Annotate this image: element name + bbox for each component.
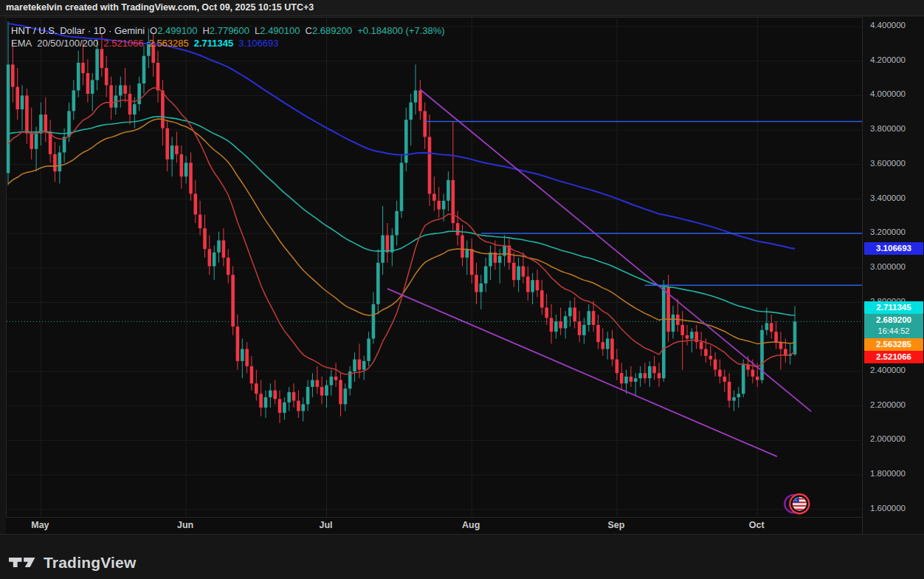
time-tick-label: Aug [462,520,480,530]
ema100-value: 2.711345 [194,37,234,49]
symbol-legend-row: HNT / U.S. Dollar · 1D · Gemini O2.49910… [11,24,445,37]
price-tick-label: 3.600000 [870,159,906,168]
price-tick-label: 1.800000 [870,469,906,478]
price-tick-label: 1.600000 [870,504,906,513]
price-tick-label: 4.200000 [870,55,906,64]
ema-indicator-label[interactable]: EMA [11,37,32,49]
time-tick-label: Oct [749,520,765,530]
price-axis[interactable]: 4.4000004.2000004.0000003.8000003.600000… [862,17,924,534]
tradingview-logo-text: TradingView [44,554,137,572]
high-readout: H2.779600 [202,24,249,37]
time-tick-label: Jul [319,520,332,530]
ema50-line[interactable] [8,119,795,344]
tradingview-logo[interactable]: TradingView [9,552,137,572]
ema-legend-row: EMA 20/50/100/200 2.521066 2.563285 2.71… [11,37,445,49]
price-tick-label: 3.000000 [870,262,906,271]
time-tick-label: May [31,520,49,530]
candles-layer [7,21,796,423]
last-price-badge: 2.68920016:44:52 [864,314,923,338]
price-level-badge: 2.521066 [864,351,923,363]
bar-countdown: 16:44:52 [864,325,923,338]
price-tick-label: 4.400000 [870,21,906,30]
ema200-value: 3.106693 [238,37,278,49]
price-tick-label: 3.200000 [870,227,906,236]
price-chart[interactable] [7,18,863,518]
footer-bar: TradingView [0,534,924,579]
watermark-bar: maretekelvin created with TradingView.co… [0,0,924,16]
ema20-value: 2.521066 [103,37,143,49]
time-tick-label: Jun [177,520,193,530]
price-tick-label: 2.200000 [870,400,906,409]
watermark-text: maretekelvin created with TradingView.co… [6,2,314,13]
symbol-title[interactable]: HNT / U.S. Dollar · 1D · Gemini [11,24,145,37]
close-readout: C2.689200 [306,24,353,37]
tradingview-logo-icon [9,552,35,572]
price-tick-label: 4.000000 [870,89,906,98]
open-readout: O2.499100 [150,24,197,37]
time-tick-label: Sep [607,520,624,530]
low-readout: L2.490100 [255,24,300,37]
change-readout: +0.184800 (+7.38%) [357,24,445,37]
price-tick-label: 2.000000 [870,434,906,443]
chart-legend: HNT / U.S. Dollar · 1D · Gemini O2.49910… [11,24,445,49]
price-tick-label: 3.800000 [870,124,906,133]
time-axis[interactable]: MayJunJulAugSepOct [6,517,862,534]
price-tick-label: 3.400000 [870,193,906,202]
ema20-line[interactable] [8,88,795,374]
price-level-badge: 3.106693 [864,242,923,255]
price-tick-label: 2.400000 [870,366,906,374]
price-level-badge: 2.711345 [864,301,923,314]
price-level-badge: 2.563285 [864,338,923,351]
ema50-value: 2.563285 [149,37,189,49]
ema-periods-label: 20/50/100/200 [37,37,98,49]
chart-pane[interactable]: HNT / U.S. Dollar · 1D · Gemini O2.49910… [6,17,862,517]
us-flag-marker[interactable] [785,494,809,513]
